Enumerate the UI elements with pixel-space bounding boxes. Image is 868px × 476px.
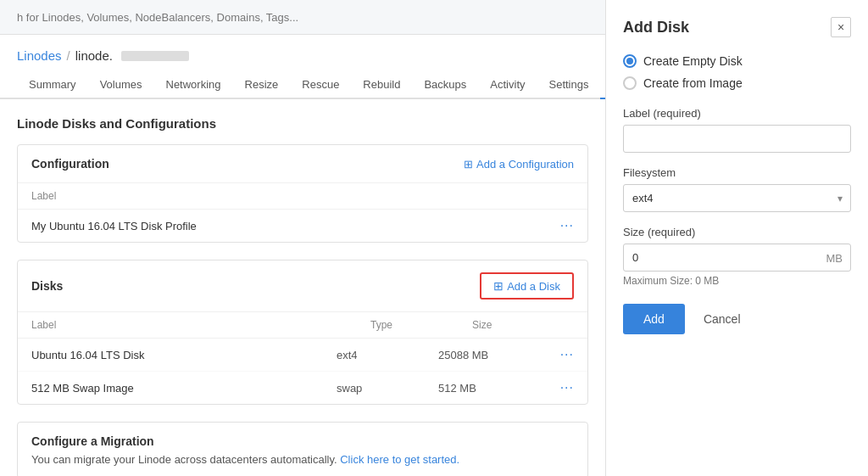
plus-icon: ⊞ [464,158,473,171]
filesystem-field-label: Filesystem [623,166,851,179]
configuration-card: Configuration ⊞ Add a Configuration Labe… [17,144,588,243]
tab-settings[interactable]: Settings [537,71,601,99]
migration-text: You can migrate your Linode across datac… [31,453,574,466]
max-size-note: Maximum Size: 0 MB [623,275,851,287]
config-col-label: Label [31,190,574,202]
radio-empty-disk[interactable]: Create Empty Disk [623,54,851,68]
disk-col-type: Type [370,319,472,331]
page-title: Linode Disks and Configurations [17,116,588,131]
page-content: Linode Disks and Configurations Configur… [0,99,605,476]
disk-col-size: Size [472,319,574,331]
configuration-card-title: Configuration [31,157,109,171]
breadcrumb-separator: / [67,48,70,63]
disk-row-2-type: swap [337,382,438,395]
tab-summary[interactable]: Summary [17,71,88,99]
tab-rebuild[interactable]: Rebuild [351,71,412,99]
add-disk-panel: Add Disk × Create Empty Disk Create from… [605,0,868,476]
cancel-button[interactable]: Cancel [693,304,751,334]
config-row-1: My Ubuntu 16.04 LTS Disk Profile ··· [18,210,587,242]
config-row-1-actions[interactable]: ··· [560,218,574,232]
disk-row-2-size: 512 MB [438,382,540,395]
breadcrumb-node-id [121,51,189,61]
search-bar [0,0,605,35]
tab-backups[interactable]: Backups [412,71,478,99]
migration-link[interactable]: Click here to get started. [340,453,459,466]
label-input[interactable] [623,125,851,153]
add-configuration-button[interactable]: ⊞ Add a Configuration [464,158,574,171]
disk-type-radio-group: Create Empty Disk Create from Image [623,54,851,90]
breadcrumb: Linodes / linode. [0,35,605,71]
config-row-1-label: My Ubuntu 16.04 LTS Disk Profile [31,220,540,232]
migration-title: Configure a Migration [31,434,574,448]
breadcrumb-linodes[interactable]: Linodes [17,48,62,63]
tab-resize[interactable]: Resize [233,71,291,99]
radio-from-image-circle [623,76,637,90]
add-disk-button[interactable]: ⊞ Add a Disk [480,272,574,300]
label-field-label: Label (required) [623,107,851,120]
disk-col-label: Label [31,319,370,331]
disk-row-1-type: ext4 [337,349,438,361]
tabs-bar: Summary Volumes Networking Resize Rescue… [0,71,605,99]
search-input[interactable] [17,11,588,24]
tab-volumes[interactable]: Volumes [88,71,154,99]
close-button[interactable]: × [831,17,851,37]
add-disk-icon: ⊞ [493,279,504,293]
breadcrumb-node: linode. [75,48,113,63]
size-form-group: Size (required) MB Maximum Size: 0 MB [623,226,851,287]
action-buttons: Add Cancel [623,304,851,334]
tab-networking[interactable]: Networking [154,71,233,99]
radio-from-image[interactable]: Create from Image [623,76,851,90]
disk-row-1-size: 25088 MB [438,349,540,361]
disk-row-1-actions[interactable]: ··· [560,347,574,361]
disk-row-2-label: 512 MB Swap Image [31,382,337,395]
tab-rescue[interactable]: Rescue [290,71,351,99]
radio-empty-disk-label: Create Empty Disk [643,54,743,68]
disks-card: Disks ⊞ Add a Disk Label Type Size Ubunt… [17,260,588,405]
disk-row-2-actions[interactable]: ··· [560,380,574,395]
panel-title: Add Disk [623,19,689,36]
filesystem-form-group: Filesystem ext4 ext3 swap raw tmpfs ▾ [623,166,851,212]
disk-row-2: 512 MB Swap Image swap 512 MB ··· [18,372,587,404]
label-form-group: Label (required) [623,107,851,153]
disks-card-title: Disks [31,279,63,293]
disk-row-1: Ubuntu 16.04 LTS Disk ext4 25088 MB ··· [18,339,587,372]
size-field-label: Size (required) [623,226,851,238]
filesystem-select[interactable]: ext4 ext3 swap raw tmpfs [623,184,851,212]
migration-card: Configure a Migration You can migrate yo… [17,422,588,476]
disk-row-1-label: Ubuntu 16.04 LTS Disk [31,349,337,361]
tab-activity[interactable]: Activity [478,71,537,99]
radio-empty-disk-circle [623,54,637,68]
radio-from-image-label: Create from Image [643,76,743,90]
add-button[interactable]: Add [623,304,685,334]
size-input[interactable] [623,244,851,272]
